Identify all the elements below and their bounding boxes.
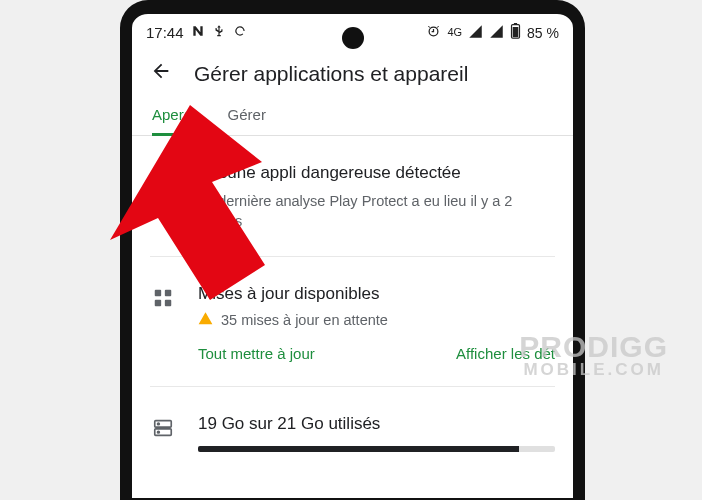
status-time: 17:44 <box>146 24 184 41</box>
alarm-icon <box>426 24 441 42</box>
play-protect-section[interactable]: Aucune appli dangereuse détectée La dern… <box>150 136 555 257</box>
view-details-button[interactable]: Afficher les dét <box>456 345 555 362</box>
svg-rect-6 <box>165 299 171 305</box>
shield-icon <box>150 164 176 190</box>
battery-percent: 85 % <box>527 25 559 41</box>
storage-title: 19 Go sur 21 Go utilisés <box>198 413 555 436</box>
signal-icon-2 <box>489 24 504 42</box>
svg-rect-2 <box>513 27 519 37</box>
updates-pending: 35 mises à jour en attente <box>221 312 388 328</box>
storage-section[interactable]: 19 Go sur 21 Go utilisés <box>150 387 555 460</box>
back-button[interactable] <box>150 60 172 88</box>
svg-rect-1 <box>514 23 517 25</box>
storage-fill <box>198 446 519 452</box>
storage-bar <box>198 446 555 452</box>
content: Aucune appli dangereuse détectée La dern… <box>132 136 573 460</box>
protect-title: Aucune appli dangereuse détectée <box>198 162 555 185</box>
svg-rect-5 <box>155 299 161 305</box>
settings-sync-icon <box>233 24 247 41</box>
app-header: Gérer applications et appareil <box>132 46 573 98</box>
nfc-icon <box>191 24 205 41</box>
warning-icon <box>198 311 213 329</box>
svg-point-9 <box>158 423 160 425</box>
page-title: Gérer applications et appareil <box>194 62 468 86</box>
storage-icon <box>150 415 176 441</box>
tab-manage[interactable]: Gérer <box>228 106 266 135</box>
svg-rect-4 <box>165 289 171 295</box>
usb-icon <box>212 24 226 41</box>
signal-icon-1 <box>468 24 483 42</box>
apps-grid-icon <box>150 285 176 311</box>
phone-frame: 17:44 4G 85 % <box>120 0 585 500</box>
svg-point-10 <box>158 432 160 434</box>
updates-title: Mises à jour disponibles <box>198 283 555 306</box>
network-type: 4G <box>447 27 462 38</box>
update-all-button[interactable]: Tout mettre à jour <box>198 345 315 362</box>
protect-subtitle: La dernière analyse Play Protect a eu li… <box>198 191 555 232</box>
battery-icon <box>510 23 521 42</box>
updates-section[interactable]: Mises à jour disponibles 35 mises à jour… <box>150 257 555 388</box>
svg-rect-3 <box>155 289 161 295</box>
tab-overview[interactable]: Aperçu <box>152 106 200 136</box>
tabs: Aperçu Gérer <box>132 98 573 136</box>
camera-notch <box>342 27 364 49</box>
